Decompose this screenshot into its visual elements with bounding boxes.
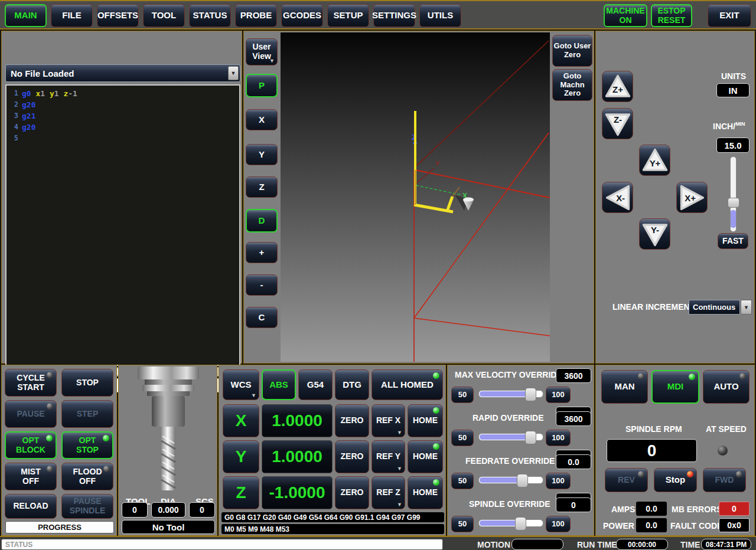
- ref-y-button[interactable]: REF Y ▼: [372, 440, 405, 473]
- view-d-button[interactable]: D: [246, 209, 278, 233]
- view-x-button[interactable]: X: [246, 109, 278, 130]
- flood-button[interactable]: FLOOD OFF: [61, 463, 113, 490]
- cycle-start-button[interactable]: CYCLE START: [5, 369, 57, 397]
- wcs-label: WCS: [231, 380, 252, 390]
- tab-settings[interactable]: SETTINGS: [373, 4, 415, 27]
- override-min-button[interactable]: 50: [451, 430, 474, 446]
- override-max-button[interactable]: 100: [546, 387, 571, 403]
- slider-handle[interactable]: [517, 474, 528, 487]
- chevron-down-icon[interactable]: ▼: [741, 300, 752, 315]
- chevron-down-icon[interactable]: ▼: [228, 66, 239, 80]
- man-mode-button[interactable]: MAN: [601, 370, 648, 404]
- tab-setup[interactable]: SETUP: [327, 4, 369, 27]
- goto-user-zero-button[interactable]: Goto User Zero: [552, 35, 592, 67]
- abs-button[interactable]: ABS: [262, 369, 296, 400]
- slider-handle[interactable]: [525, 431, 536, 444]
- jog-x-plus-button[interactable]: X+: [676, 182, 708, 213]
- slider-handle[interactable]: [525, 388, 536, 401]
- feedrate-slider[interactable]: [478, 476, 543, 484]
- app-window: MAIN FILE OFFSETS TOOL STATUS PROBE GCOD…: [0, 0, 756, 550]
- opt-stop-button[interactable]: OPT STOP: [61, 431, 113, 459]
- spindle-stop-button[interactable]: Stop: [654, 468, 697, 492]
- pause-spindle-button[interactable]: PAUSE SPINDLE: [61, 494, 113, 519]
- zero-z-button[interactable]: ZERO: [335, 476, 369, 509]
- stop-button[interactable]: STOP: [61, 369, 113, 397]
- led-indicator: [736, 471, 742, 477]
- override-max-button[interactable]: 100: [546, 516, 571, 532]
- file-select-combo[interactable]: No File Loaded ▼: [5, 64, 240, 82]
- view-c-button[interactable]: C: [246, 307, 278, 328]
- increment-combo[interactable]: Continuous: [689, 300, 740, 315]
- goto-machine-zero-button[interactable]: Goto Machn Zero: [552, 69, 592, 101]
- override-min-button[interactable]: 50: [451, 473, 474, 489]
- step-button[interactable]: STEP: [61, 400, 113, 428]
- fast-button[interactable]: FAST: [718, 233, 748, 249]
- spindle-rev-button[interactable]: REV: [605, 468, 648, 492]
- tab-tool[interactable]: TOOL: [143, 4, 185, 27]
- slider-handle[interactable]: [728, 198, 739, 208]
- wcs-button[interactable]: WCS ▼: [223, 369, 259, 400]
- view-p-button[interactable]: P: [246, 74, 278, 97]
- ref-z-button[interactable]: REF Z ▼: [372, 476, 405, 509]
- jog-y-minus-button[interactable]: Y-: [639, 218, 670, 250]
- reload-button[interactable]: RELOAD: [5, 494, 57, 519]
- jog-x-minus-button[interactable]: X-: [602, 182, 633, 213]
- tab-gcodes[interactable]: GCODES: [281, 4, 323, 27]
- override-min-button[interactable]: 50: [451, 387, 474, 403]
- tab-file[interactable]: FILE: [51, 4, 93, 27]
- axis-z-button[interactable]: Z: [223, 476, 259, 509]
- machine-on-button[interactable]: MACHINE ON: [604, 4, 647, 27]
- top-tab-bar: MAIN FILE OFFSETS TOOL STATUS PROBE GCOD…: [0, 1, 756, 30]
- tab-offsets[interactable]: OFFSETS: [97, 4, 139, 27]
- rapid-slider[interactable]: [478, 433, 543, 441]
- zero-x-button[interactable]: ZERO: [335, 404, 369, 437]
- user-view-button[interactable]: User View ▼: [246, 38, 278, 66]
- home-z-button[interactable]: HOME: [408, 476, 443, 509]
- home-x-button[interactable]: HOME: [408, 404, 443, 437]
- home-y-button[interactable]: HOME: [408, 440, 443, 473]
- zoom-out-button[interactable]: -: [246, 274, 278, 296]
- power-value: 0.0: [636, 518, 667, 532]
- rev-label: REV: [618, 476, 635, 485]
- gcode-editor[interactable]: 1g0 x1 y1 z-12g203g214g205: [5, 84, 240, 366]
- mist-label: MIST OFF: [17, 467, 44, 486]
- mist-button[interactable]: MIST OFF: [5, 463, 57, 490]
- backplot-3d-view[interactable]: Y X Z: [281, 32, 550, 362]
- override-min-button[interactable]: 50: [451, 516, 474, 532]
- view-y-button[interactable]: Y: [246, 144, 278, 165]
- jog-y-plus-button[interactable]: Y+: [639, 145, 670, 176]
- axis-x-button[interactable]: X: [223, 404, 259, 437]
- override-max-button[interactable]: 100: [546, 430, 571, 446]
- tab-main[interactable]: MAIN: [5, 4, 47, 27]
- spindle-slider[interactable]: [478, 519, 543, 527]
- axis-y-button[interactable]: Y: [223, 440, 259, 473]
- triangle-right-icon: X+: [679, 184, 706, 211]
- estop-reset-button[interactable]: ESTOP RESET: [651, 4, 692, 27]
- jog-z-plus-button[interactable]: Z+: [602, 71, 633, 102]
- units-value: IN: [716, 83, 750, 97]
- all-homed-button[interactable]: ALL HOMED: [372, 369, 443, 400]
- view-z-button[interactable]: Z: [246, 176, 278, 198]
- spindle-fwd-button[interactable]: FWD: [703, 468, 746, 492]
- opt-block-button[interactable]: OPT BLOCK: [5, 431, 57, 459]
- auto-mode-button[interactable]: AUTO: [703, 370, 750, 404]
- rapid-value: 3600: [556, 411, 591, 426]
- pause-button[interactable]: PAUSE: [5, 400, 57, 428]
- zoom-in-button[interactable]: +: [246, 242, 278, 263]
- exit-button[interactable]: EXIT: [708, 4, 751, 27]
- slider-handle[interactable]: [515, 517, 526, 531]
- zero-y-button[interactable]: ZERO: [335, 440, 369, 473]
- viewport-panel: User View ▼ P X Y Z D + - C: [243, 31, 594, 364]
- override-max-button[interactable]: 100: [546, 473, 571, 489]
- dtg-button[interactable]: DTG: [335, 369, 369, 400]
- tab-probe[interactable]: PROBE: [235, 4, 277, 27]
- g54-button[interactable]: G54: [298, 369, 333, 400]
- max-velocity-slider[interactable]: [478, 390, 543, 398]
- jog-speed-slider[interactable]: [730, 156, 737, 232]
- tab-utils[interactable]: UTILS: [419, 4, 461, 27]
- jog-z-minus-button[interactable]: Z-: [602, 108, 633, 139]
- mdi-mode-button[interactable]: MDI: [651, 370, 699, 404]
- ref-x-button[interactable]: REF X ▼: [372, 404, 405, 437]
- fault-code-value: 0x0: [719, 518, 750, 532]
- tab-status[interactable]: STATUS: [189, 4, 231, 27]
